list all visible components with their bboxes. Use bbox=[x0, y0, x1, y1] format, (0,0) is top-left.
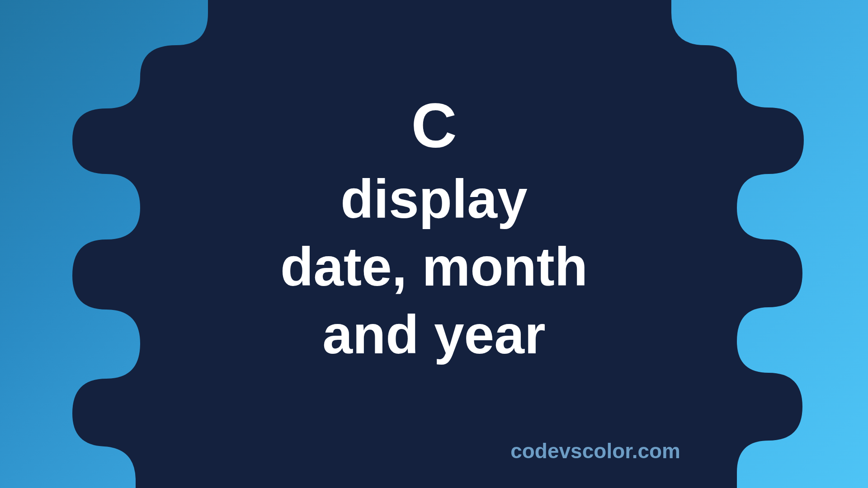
title-line-1: C bbox=[280, 86, 588, 165]
title-line-4: and year bbox=[280, 300, 588, 368]
title-block: C display date, month and year bbox=[280, 86, 588, 368]
title-line-3: date, month bbox=[280, 233, 588, 300]
watermark-text: codevscolor.com bbox=[510, 439, 680, 463]
title-line-2: display bbox=[280, 165, 588, 233]
